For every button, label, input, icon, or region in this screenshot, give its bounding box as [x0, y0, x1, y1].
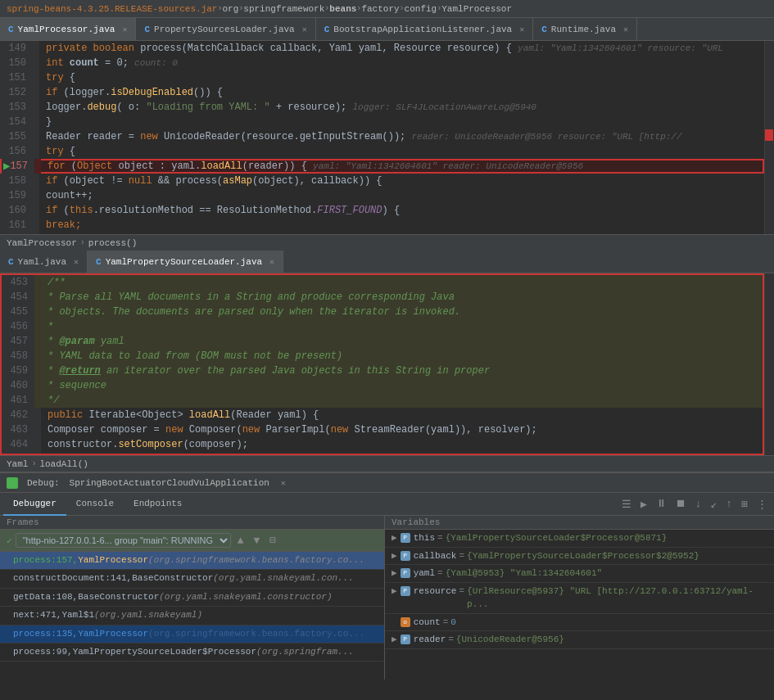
- tab-label: YamlPropertySourceLoader.java: [106, 257, 262, 267]
- bc-org: org: [222, 4, 238, 14]
- code-line-155: 155 Reader reader = new UnicodeReader(re…: [0, 129, 764, 144]
- tab-close-icon[interactable]: ✕: [519, 25, 524, 34]
- frame-pkg: (org.springframework.beans.factory.co...: [148, 554, 364, 567]
- debug-toolbar: ☰ ▶ ⏸ ⏹ ↓ ↙ ↑ ⊞ ⋮: [618, 496, 771, 513]
- thread-selector[interactable]: ✓ "http-nio-127.0.0.1-6... group "main":…: [0, 530, 384, 552]
- frame-method: next:471,: [13, 609, 61, 621]
- code-line-160: 160 if (this.resolutionMethod == Resolut…: [0, 203, 764, 218]
- thread-down-icon[interactable]: ▼: [250, 533, 263, 549]
- thread-filter-icon[interactable]: ⊟: [266, 532, 279, 549]
- expand-icon[interactable]: ▶: [392, 567, 397, 580]
- var-callback: ▶ P callback = {YamlPropertySourceLoader…: [385, 548, 774, 566]
- frame-item[interactable]: getData:108, BaseConstructor (org.yaml.s…: [0, 589, 384, 607]
- breadcrumb-method-2: loadAll(): [39, 459, 88, 469]
- tab-close-icon[interactable]: ✕: [74, 257, 79, 267]
- debug-btn-settings[interactable]: ⋮: [754, 496, 771, 513]
- code-line-157: ▶ 157 for (Object object : yaml.loadAll(…: [0, 159, 764, 174]
- var-type-icon: o: [401, 617, 410, 627]
- var-type-icon: P: [401, 568, 410, 578]
- frame-item[interactable]: next:471, Yaml$1 (org.yaml.snakeyaml): [0, 607, 384, 625]
- debug-btn-pause[interactable]: ⏸: [653, 496, 670, 512]
- frame-item[interactable]: constructDocument:141, BaseConstructor (…: [0, 570, 384, 588]
- expand-icon[interactable]: ▶: [392, 531, 397, 545]
- debug-btn-stepout[interactable]: ↑: [722, 496, 736, 512]
- frame-item[interactable]: process:157, YamlProcessor (org.springfr…: [0, 552, 384, 570]
- expand-icon[interactable]: ▶: [392, 633, 397, 647]
- tab-runtime[interactable]: C Runtime.java ✕: [533, 18, 637, 40]
- frame-method: process:99,: [13, 646, 73, 658]
- debug-content: Frames ✓ "http-nio-127.0.0.1-6... group …: [0, 516, 774, 680]
- debug-tab-debugger[interactable]: Debugger: [3, 493, 66, 516]
- var-resource: ▶ P resource = {UrlResource@5937} "URL […: [385, 583, 774, 614]
- thread-dropdown[interactable]: "http-nio-127.0.0.1-6... group "main": R…: [16, 533, 231, 548]
- editor-tab-bar-1: C YamlProcessor.java ✕ C PropertySources…: [0, 18, 774, 41]
- expand-icon[interactable]: ▶: [392, 549, 397, 563]
- code-panel-2: 453 /** 454 * Parse all YAML documents i…: [0, 273, 774, 455]
- tab-bootstrapapplistener[interactable]: C BootstrapApplicationListener.java ✕: [316, 18, 533, 40]
- tab-label: YamlProcessor.java: [18, 25, 115, 34]
- tab-close-icon[interactable]: ✕: [302, 25, 307, 34]
- frame-class: YamlPropertySourceLoader$Processor: [73, 646, 256, 658]
- debug-btn-stop[interactable]: ⏹: [672, 496, 690, 512]
- debug-bar: Debug: SpringBootActuatorCloudVulApplica…: [0, 472, 774, 493]
- frame-class: YamlProcessor: [78, 628, 148, 640]
- variables-panel: Variables ▶ P this = {YamlPropertySource…: [385, 516, 774, 680]
- code-line-456: 456 *: [2, 319, 763, 334]
- debug-tab-endpoints[interactable]: Endpoints: [124, 493, 192, 516]
- frame-method: getData:108,: [13, 591, 78, 603]
- frames-panel: Frames ✓ "http-nio-127.0.0.1-6... group …: [0, 516, 385, 680]
- tab-close-icon[interactable]: ✕: [623, 25, 628, 34]
- var-reader: ▶ P reader = {UnicodeReader@5956}: [385, 631, 774, 649]
- frames-header: Frames: [0, 516, 384, 530]
- frame-pkg: (org.yaml.snakeyaml.constructor): [159, 591, 332, 603]
- bc-yamlprocessor: YamlProcessor: [441, 4, 512, 14]
- code-breadcrumb-2: Yaml › loadAll(): [0, 455, 774, 472]
- editor-tab-bar-2: C Yaml.java ✕ C YamlPropertySourceLoader…: [0, 251, 774, 273]
- frame-class: BaseConstructor: [132, 572, 213, 585]
- java-icon: C: [8, 257, 14, 267]
- var-type-icon: P: [401, 586, 410, 596]
- tab-yamlprocessor[interactable]: C YamlProcessor.java ✕: [0, 18, 136, 40]
- code-line-151: 151 try {: [0, 70, 764, 85]
- frame-item[interactable]: process:99, YamlPropertySourceLoader$Pro…: [0, 644, 384, 662]
- debug-btn-eval[interactable]: ⊞: [738, 496, 751, 513]
- code-line-457: 457 * @param yaml: [2, 334, 763, 349]
- tab-close-icon[interactable]: ✕: [122, 25, 127, 34]
- code-line-460: 460 * sequence: [2, 378, 763, 393]
- debug-title: Debug:: [27, 478, 60, 488]
- tab-label: BootstrapApplicationListener.java: [333, 25, 512, 34]
- code-line-152: 152 if (logger.isDebugEnabled()) {: [0, 85, 764, 100]
- code-line-454: 454 * Parse all YAML documents in a Stri…: [2, 290, 763, 305]
- expand-icon: ▶: [392, 616, 397, 630]
- gutter-error-marker: [765, 129, 773, 141]
- frame-method: constructDocument:141,: [13, 572, 132, 585]
- debug-btn-rerun[interactable]: ☰: [618, 496, 635, 513]
- debug-btn-resume[interactable]: ▶: [637, 496, 650, 513]
- tab-yamlpropertysourceloader[interactable]: C YamlPropertySourceLoader.java ✕: [88, 251, 283, 273]
- tab-label: Yaml.java: [18, 257, 66, 267]
- frame-item-process135[interactable]: process:135, YamlProcessor (org.springfr…: [0, 625, 384, 644]
- frame-class: BaseConstructor: [78, 591, 159, 603]
- tab-yaml[interactable]: C Yaml.java ✕: [0, 251, 88, 273]
- code-panel-1: 149 private boolean process(MatchCallbac…: [0, 41, 774, 234]
- tab-label: PropertySourcesLoader.java: [154, 25, 295, 34]
- java-icon: C: [324, 25, 330, 34]
- frame-class: YamlProcessor: [78, 554, 148, 567]
- debug-btn-stepinto[interactable]: ↙: [708, 496, 721, 513]
- frame-pkg: (org.springfram...: [256, 646, 354, 658]
- java-icon: C: [144, 25, 150, 34]
- thread-up-icon[interactable]: ▲: [234, 533, 247, 549]
- variables-header: Variables: [385, 516, 774, 530]
- bc-beans: beans: [329, 4, 356, 14]
- debug-btn-stepover[interactable]: ↓: [692, 496, 705, 512]
- tab-close-icon[interactable]: ✕: [269, 257, 274, 267]
- breadcrumb-class: YamlProcessor: [7, 238, 77, 248]
- bc-springframework: springframework: [243, 4, 324, 14]
- debug-close-icon[interactable]: ✕: [281, 478, 286, 488]
- expand-icon[interactable]: ▶: [392, 585, 397, 598]
- tab-propertysourcesloader[interactable]: C PropertySourcesLoader.java ✕: [136, 18, 315, 40]
- editor-gutter-1: [764, 41, 774, 234]
- code-line-159: 159 count++;: [0, 188, 764, 203]
- code-line-459: 459 * @return an iterator over the parse…: [2, 364, 763, 378]
- debug-tab-console[interactable]: Console: [66, 493, 124, 516]
